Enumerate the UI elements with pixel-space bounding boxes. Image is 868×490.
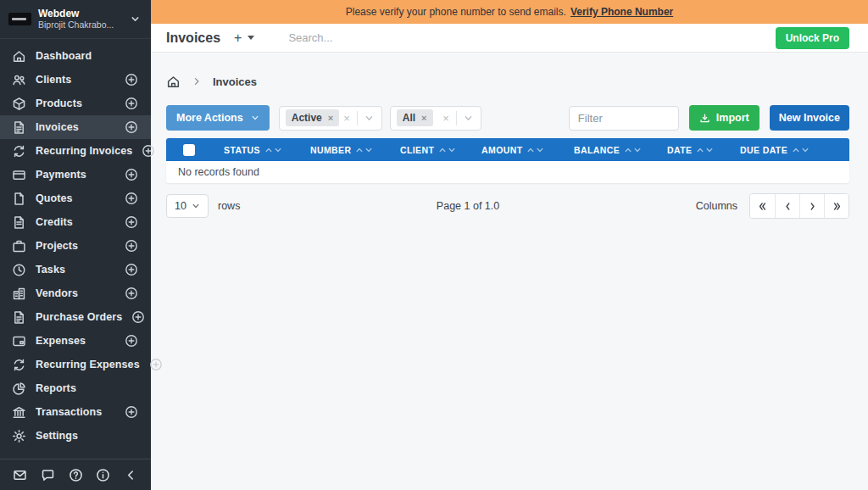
- verify-phone-link[interactable]: Verify Phone Number: [570, 6, 673, 18]
- sidebar-item-label: Transactions: [36, 406, 115, 418]
- company-logo: [8, 13, 31, 25]
- sort-desc-icon: [365, 147, 372, 153]
- sidebar-item-dashboard[interactable]: Dashboard: [0, 44, 151, 68]
- home-icon[interactable]: [166, 75, 181, 89]
- sort-controls[interactable]: [265, 147, 281, 153]
- sidebar-item-expenses[interactable]: Expenses: [0, 329, 151, 353]
- sort-controls[interactable]: [793, 147, 809, 153]
- sidebar-item-clients[interactable]: Clients: [0, 68, 151, 92]
- plus-circle-icon[interactable]: [125, 97, 138, 110]
- column-label: STATUS: [224, 145, 260, 155]
- sidebar-item-quotes[interactable]: Quotes: [0, 187, 151, 210]
- remove-tag-icon[interactable]: ×: [328, 114, 333, 123]
- sidebar-item-transactions[interactable]: Transactions: [0, 400, 151, 424]
- chevron-down-icon[interactable]: [364, 114, 374, 123]
- sidebar-item-credits[interactable]: Credits: [0, 210, 151, 234]
- company-block: Webdew Biprojit Chakrabo...: [38, 8, 123, 31]
- sort-controls[interactable]: [527, 147, 543, 153]
- sidebar-item-products[interactable]: Products: [0, 92, 151, 115]
- clear-select-icon[interactable]: ×: [442, 113, 449, 124]
- clear-select-icon[interactable]: ×: [343, 113, 350, 124]
- sort-desc-icon: [275, 147, 281, 153]
- last-page-button[interactable]: [824, 194, 849, 218]
- column-header-due-date[interactable]: DUE DATE: [728, 145, 849, 155]
- sort-controls[interactable]: [625, 147, 641, 153]
- caret-down-icon[interactable]: [248, 36, 254, 40]
- column-header-client[interactable]: CLIENT: [388, 145, 470, 155]
- new-invoice-button[interactable]: New Invoice: [770, 105, 849, 131]
- sidebar-item-payments[interactable]: Payments: [0, 163, 151, 187]
- previous-page-button[interactable]: [775, 194, 799, 218]
- column-label: BALANCE: [574, 145, 620, 155]
- column-header-number[interactable]: NUMBER: [298, 145, 388, 155]
- sort-controls[interactable]: [356, 147, 372, 153]
- rows-per-page-select[interactable]: 10: [166, 194, 209, 218]
- sidebar-item-recurring-invoices[interactable]: Recurring Invoices: [0, 139, 151, 163]
- account-switcher[interactable]: Webdew Biprojit Chakrabo...: [0, 0, 151, 39]
- help-icon[interactable]: [69, 468, 83, 482]
- status-filter-select[interactable]: Active × ×: [279, 106, 382, 131]
- sidebar-item-recurring-expenses[interactable]: Recurring Expenses: [0, 353, 151, 376]
- next-page-button[interactable]: [799, 194, 824, 218]
- plus-circle-icon[interactable]: [125, 73, 138, 86]
- help-icon: [69, 468, 83, 482]
- plus-circle-icon[interactable]: [125, 120, 138, 134]
- sidebar-item-label: Payments: [36, 169, 115, 181]
- sort-asc-icon: [356, 147, 363, 153]
- sidebar-item-label: Dashboard: [36, 50, 138, 62]
- sort-asc-icon: [265, 147, 272, 153]
- sort-desc-icon: [537, 147, 543, 153]
- type-filter-tag: All ×: [397, 109, 433, 126]
- remove-tag-icon[interactable]: ×: [421, 114, 426, 123]
- invoice-icon: [12, 120, 26, 135]
- plus-circle-icon[interactable]: [125, 239, 138, 253]
- sort-controls[interactable]: [697, 147, 713, 153]
- filter-input[interactable]: [569, 106, 679, 131]
- status-filter-tag-label: Active: [292, 112, 322, 124]
- info-icon: [96, 468, 110, 482]
- plus-circle-icon[interactable]: [125, 263, 138, 276]
- column-header-date[interactable]: DATE: [655, 145, 728, 155]
- plus-circle-icon[interactable]: [131, 310, 145, 324]
- mail-icon[interactable]: [13, 468, 27, 482]
- sidebar-item-purchase-orders[interactable]: Purchase Orders: [0, 305, 151, 329]
- plus-circle-icon[interactable]: [125, 287, 138, 300]
- sidebar-item-projects[interactable]: Projects: [0, 234, 151, 258]
- first-page-button[interactable]: [750, 194, 775, 218]
- sort-asc-icon: [527, 147, 534, 153]
- column-header-balance[interactable]: BALANCE: [562, 145, 655, 155]
- plus-circle-icon[interactable]: [125, 192, 138, 205]
- chat-icon[interactable]: [41, 468, 55, 482]
- sidebar-item-label: Reports: [36, 382, 138, 394]
- plus-circle-icon[interactable]: [125, 334, 138, 348]
- select-all-checkbox[interactable]: [183, 144, 195, 156]
- column-header-amount[interactable]: AMOUNT: [470, 145, 562, 155]
- plus-circle-icon[interactable]: [125, 215, 138, 229]
- import-button[interactable]: Import: [689, 105, 760, 131]
- select-controls: ×: [343, 111, 374, 125]
- collapse-sidebar-icon: [124, 468, 138, 482]
- chevron-down-icon[interactable]: [464, 114, 473, 123]
- search-input[interactable]: [288, 31, 775, 44]
- sidebar-item-settings[interactable]: Settings: [0, 424, 151, 448]
- info-icon[interactable]: [96, 468, 110, 482]
- type-filter-select[interactable]: All × ×: [390, 106, 481, 131]
- more-actions-button[interactable]: More Actions: [166, 105, 270, 131]
- sidebar-item-reports[interactable]: Reports: [0, 376, 151, 400]
- column-header-status[interactable]: STATUS: [212, 145, 298, 155]
- columns-button[interactable]: Columns: [696, 200, 737, 212]
- select-controls: ×: [442, 111, 473, 125]
- sidebar-item-tasks[interactable]: Tasks: [0, 258, 151, 281]
- sidebar-item-vendors[interactable]: Vendors: [0, 281, 151, 305]
- pager-buttons: [749, 193, 849, 219]
- chevron-down-icon: [192, 202, 200, 210]
- sort-controls[interactable]: [439, 147, 455, 153]
- status-filter-tag: Active ×: [286, 109, 339, 126]
- sidebar-item-invoices[interactable]: Invoices: [0, 115, 151, 139]
- unlock-pro-button[interactable]: Unlock Pro: [776, 27, 849, 49]
- chevron-down-icon[interactable]: [130, 14, 141, 25]
- plus-circle-icon[interactable]: [125, 168, 138, 181]
- plus-icon[interactable]: +: [234, 31, 242, 45]
- collapse-sidebar-icon[interactable]: [124, 468, 138, 482]
- plus-circle-icon[interactable]: [125, 405, 138, 419]
